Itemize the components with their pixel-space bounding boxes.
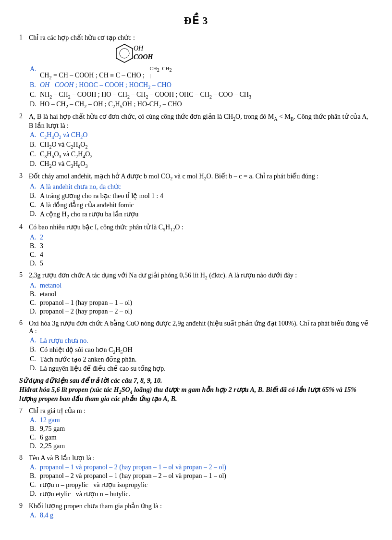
q5-text: 2,3g rượu đơn chức A tác dụng với Na dư … [29, 271, 373, 280]
q6-c-label: C. [30, 355, 37, 364]
q4-c-text: 4 [40, 251, 373, 259]
q3-options: A. A là anđehit chưa no, đa chức B. A tr… [30, 183, 373, 219]
page-title: ĐỀ 3 [19, 14, 373, 27]
q5-num: 5 [19, 271, 26, 280]
oh-label: OH [134, 44, 153, 53]
q4-a-label: A. [30, 234, 37, 241]
svg-point-1 [120, 49, 129, 58]
q2-option-b: B. CH2O và C2H4O2 [30, 141, 373, 150]
q1-text: Chỉ ra các hợp chất hữu cơ tạp chức : [29, 34, 373, 42]
q3-c-label: C. [30, 201, 37, 209]
q5-b-text: etanol [40, 290, 373, 298]
q2-a-label: A. [30, 131, 37, 140]
q8-d-label: D. [30, 490, 37, 498]
question-9: 9 Khối lượng propen chưa tham gia phản ứ… [19, 502, 373, 519]
q8-option-d: D. rượu etylic và rượu n – butylic. [30, 490, 373, 498]
side-chain-labels: OH COOH [134, 44, 153, 62]
question-5: 5 2,3g rượu đơn chức A tác dụng với Na d… [19, 271, 373, 315]
q5-b-label: B. [30, 290, 37, 298]
q4-option-a: A. 2 [30, 234, 373, 241]
q4-option-b: B. 3 [30, 242, 373, 250]
q1-d-text: HO – CH2 – CH2 – OH ; C2H5OH ; HO-CH2 – … [40, 100, 373, 109]
molecule-display: OH COOH [115, 43, 373, 63]
q9-option-a: A. 8,4 g [30, 512, 373, 519]
q4-d-label: D. [30, 260, 37, 267]
q3-option-a: A. A là anđehit chưa no, đa chức [30, 183, 373, 191]
q1-num: 1 [19, 34, 26, 42]
q8-c-text: rượu n – propylic và rượu isopropylic [40, 481, 373, 489]
cooh-label: COOH [134, 53, 153, 62]
q2-text: A, B là hai hợp chất hữu cơ đơn chức, có… [29, 113, 373, 130]
section-instruction: Sử dụng dữ kiện sau để trả lời các câu 7… [19, 377, 373, 385]
q3-text: Đốt cháy amol anđehit, mạch hở A được b … [29, 172, 373, 181]
q6-d-text: Là nguyên liệu để điều chế cao su tổng h… [40, 364, 373, 373]
q1-options: A. CH2 = CH – COOH ; CH ≡ C – CHO ; CH2–… [30, 65, 373, 109]
q9-num: 9 [19, 502, 26, 510]
q3-b-label: B. [30, 192, 37, 200]
q8-a-text: propanol – 1 và propanol – 2 (hay propan… [40, 464, 373, 471]
q9-text: Khối lượng propen chưa tham gia phản ứng… [29, 502, 373, 510]
q9-a-text: 8,4 g [40, 512, 373, 519]
section-header: Sử dụng dữ kiện sau để trả lời các câu 7… [19, 377, 373, 403]
q7-option-b: B. 9,75 gam [30, 425, 373, 433]
benzene-ring-svg [115, 43, 134, 63]
q6-text: Oxi hóa 3g rượu đơn chức A bằng CuO nóng… [29, 319, 373, 335]
question-8: 8 Tên A và B lần lượt là : A. propanol –… [19, 454, 373, 498]
q2-d-text: CH2O và C3H6O3 [40, 160, 373, 169]
q7-b-label: B. [30, 425, 37, 433]
q7-options: A. 12 gam B. 9,75 gam C. 6 gam D. 2,25 g… [30, 416, 373, 450]
q3-d-text: A cộng H2 cho ra rượu ba lần rượu [40, 210, 373, 219]
q7-a-label: A. [30, 416, 37, 424]
q3-num: 3 [19, 172, 26, 181]
q5-option-c: C. propanol – 1 (hay propan – 1 – ol) [30, 299, 373, 307]
q3-a-text: A là anđehit chưa no, đa chức [40, 183, 373, 191]
q6-option-c: C. Tách nước tạo 2 anken đồng phân. [30, 355, 373, 364]
q3-option-d: D. A cộng H2 cho ra rượu ba lần rượu [30, 210, 373, 219]
q4-options: A. 2 B. 3 C. 4 D. 5 [30, 234, 373, 267]
q1-d-label: D. [30, 100, 37, 109]
q4-a-text: 2 [40, 234, 373, 241]
q8-option-b: B. propanol – 2 và propanol – 1 (hay pro… [30, 472, 373, 480]
q4-num: 4 [19, 223, 26, 232]
q8-a-label: A. [30, 464, 37, 471]
q7-option-c: C. 6 gam [30, 434, 373, 441]
q4-c-label: C. [30, 251, 37, 259]
q3-option-c: C. A là đồng đẳng của anđehit fomic [30, 201, 373, 209]
q4-d-text: 5 [40, 260, 373, 267]
question-6: 6 Oxi hóa 3g rượu đơn chức A bằng CuO nó… [19, 319, 373, 373]
q8-option-c: C. rượu n – propylic và rượu isopropylic [30, 481, 373, 489]
q5-a-label: A. [30, 282, 37, 289]
q5-option-a: A. metanol [30, 282, 373, 289]
q9-options: A. 8,4 g [30, 512, 373, 519]
q6-c-text: Tách nước tạo 2 anken đồng phân. [40, 355, 373, 364]
q1-option-c: C. NH2 – CH2 – COOH ; HO – CH2 – CH2 – C… [30, 91, 373, 100]
q6-d-label: D. [30, 364, 37, 373]
q7-text: Chỉ ra giá trị của m : [29, 407, 373, 415]
question-1: 1 Chỉ ra các hợp chất hữu cơ tạp chức : … [19, 34, 373, 109]
q6-option-b: B. Có nhiệt độ sôi cao hơn C2H5OH [30, 346, 373, 355]
q7-num: 7 [19, 407, 26, 415]
q3-b-text: A tráng gương cho ra bạc theo tỉ lệ mol … [40, 192, 373, 200]
q1-c-text: NH2 – CH2 – COOH ; HO – CH2 – CH2 – COOH… [40, 91, 373, 100]
q7-b-text: 9,75 gam [40, 425, 373, 433]
q8-text: Tên A và B lần lượt là : [29, 454, 373, 462]
q5-c-text: propanol – 1 (hay propan – 1 – ol) [40, 299, 373, 307]
q8-option-a: A. propanol – 1 và propanol – 2 (hay pro… [30, 464, 373, 471]
q3-option-b: B. A tráng gương cho ra bạc theo tỉ lệ m… [30, 192, 373, 200]
q4-option-c: C. 4 [30, 251, 373, 259]
q6-b-label: B. [30, 346, 37, 355]
q6-option-d: D. Là nguyên liệu để điều chế cao su tổn… [30, 364, 373, 373]
q1-b-label: B. [30, 81, 37, 90]
q4-text: Có bao nhiêu rượu bậc I, công thức phân … [29, 223, 373, 232]
q6-num: 6 [19, 319, 26, 335]
q2-b-text: CH2O và C2H4O2 [40, 141, 373, 150]
q7-option-d: D. 2,25 gam [30, 442, 373, 450]
q2-d-label: D. [30, 160, 37, 169]
question-2: 2 A, B là hai hợp chất hữu cơ đơn chức, … [19, 113, 373, 168]
q1-a-label: A. [30, 65, 37, 80]
q3-a-label: A. [30, 183, 37, 191]
q3-c-text: A là đồng đẳng của anđehit fomic [40, 201, 373, 209]
q8-b-label: B. [30, 472, 37, 480]
q1-a-text: CH2 = CH – COOH ; CH ≡ C – CHO ; CH2–CH2… [40, 65, 373, 80]
q8-num: 8 [19, 454, 26, 462]
